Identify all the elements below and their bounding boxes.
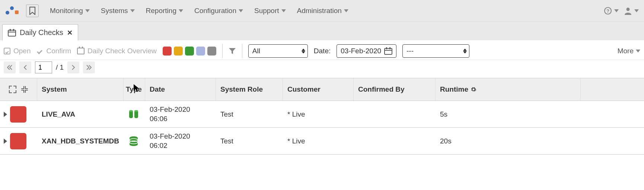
menu-label: Monitoring xyxy=(50,7,83,15)
chevron-down-icon xyxy=(239,9,243,12)
user-menu[interactable] xyxy=(624,7,639,15)
help-menu[interactable]: ? xyxy=(604,7,619,15)
daily-check-overview-button[interactable]: Daily Check Overview xyxy=(77,47,157,55)
top-navigation: Monitoring Systems Reporting Configurati… xyxy=(0,0,644,22)
menu-reporting[interactable]: Reporting xyxy=(146,7,183,15)
range-value: --- xyxy=(407,47,414,55)
open-label: Open xyxy=(13,47,31,55)
pagination: / 1 xyxy=(0,60,644,78)
th-system[interactable]: System xyxy=(37,78,124,101)
status-filter-blue[interactable] xyxy=(196,47,205,56)
page-number-input[interactable] xyxy=(35,61,52,73)
svg-rect-6 xyxy=(8,30,16,36)
th-date[interactable]: Date xyxy=(145,78,216,101)
svg-point-17 xyxy=(134,110,138,112)
th-confirmed-by[interactable]: Confirmed By xyxy=(354,78,436,101)
th-label: System Role xyxy=(220,85,263,94)
gear-icon[interactable] xyxy=(471,86,476,92)
menu-label: Systems xyxy=(101,7,128,15)
status-filter-red[interactable] xyxy=(163,47,172,56)
th-label: Date xyxy=(150,85,165,94)
confirm-button[interactable]: Confirm xyxy=(36,47,71,55)
menu-monitoring[interactable]: Monitoring xyxy=(50,7,90,15)
menu-configuration[interactable]: Configuration xyxy=(194,7,243,15)
page-last-button[interactable] xyxy=(83,61,95,73)
expand-all-icon[interactable] xyxy=(9,85,17,94)
chevron-down-icon xyxy=(344,9,348,12)
collapse-all-icon[interactable] xyxy=(20,85,29,94)
open-button[interactable]: Open xyxy=(4,47,31,55)
cell-type xyxy=(124,105,145,124)
th-expand-controls xyxy=(0,78,37,101)
funnel-icon xyxy=(229,47,236,55)
database-icon xyxy=(128,136,139,147)
cell-date: 03-Feb-2020 06:02 xyxy=(145,128,216,154)
bookmark-button[interactable] xyxy=(26,4,39,17)
th-label: System xyxy=(42,85,67,94)
spinner-icon xyxy=(302,49,305,54)
th-label: Confirmed By xyxy=(358,85,405,94)
tab-label: Daily Checks xyxy=(20,28,63,37)
th-customer[interactable]: Customer xyxy=(283,78,354,101)
chevron-down-icon xyxy=(634,9,639,12)
topbar-right: ? xyxy=(604,7,639,15)
svg-rect-8 xyxy=(10,29,11,31)
chevron-down-icon xyxy=(614,9,619,12)
table-row: LIVE_AVA 03-Feb-2020 06:06 Test * Live 5… xyxy=(0,101,644,128)
cell-system[interactable]: LIVE_AVA xyxy=(37,107,124,122)
app-logo[interactable] xyxy=(5,5,21,16)
cell-system[interactable]: XAN_HDB_SYSTEMDB xyxy=(37,133,124,149)
expand-row-button[interactable] xyxy=(4,139,7,144)
table-row: XAN_HDB_SYSTEMDB 03-Feb-2020 06:02 Test … xyxy=(0,128,644,155)
bookmark-icon xyxy=(29,7,36,15)
open-icon xyxy=(4,48,10,54)
more-label: More xyxy=(618,47,634,55)
chevron-down-icon xyxy=(179,9,183,12)
help-icon: ? xyxy=(604,7,612,15)
toolbar: Open Confirm Daily Check Overview All Da… xyxy=(0,40,644,60)
status-indicator-red xyxy=(10,133,26,149)
chevron-down-icon xyxy=(636,50,640,53)
menu-administration[interactable]: Administration xyxy=(297,7,348,15)
date-line-1: 03-Feb-2020 xyxy=(150,132,211,141)
date-label: Date: xyxy=(314,47,331,55)
system-filter-select[interactable]: All xyxy=(248,44,308,58)
page-next-button[interactable] xyxy=(67,61,79,73)
system-filter-value: All xyxy=(252,47,260,55)
tab-daily-checks[interactable]: Daily Checks ✕ xyxy=(2,24,78,41)
page-total-label: / 1 xyxy=(56,63,64,72)
svg-rect-9 xyxy=(13,29,14,31)
chevron-down-icon xyxy=(130,9,135,12)
th-system-role[interactable]: System Role xyxy=(216,78,283,101)
menu-label: Configuration xyxy=(194,7,236,15)
th-runtime[interactable]: Runtime xyxy=(436,78,581,101)
status-filter-orange[interactable] xyxy=(174,47,183,56)
range-select[interactable]: --- xyxy=(402,44,469,58)
menu-support[interactable]: Support xyxy=(254,7,286,15)
row-status-cell xyxy=(0,106,37,123)
date-line-2: 06:06 xyxy=(150,114,211,124)
cell-confirmed-by xyxy=(354,111,436,118)
page-first-button[interactable] xyxy=(4,61,16,73)
check-icon xyxy=(36,48,43,54)
chevron-down-icon xyxy=(85,9,90,12)
status-indicator-red xyxy=(10,106,26,123)
cell-system-role: Test xyxy=(216,107,283,122)
svg-point-5 xyxy=(627,7,630,11)
double-chevron-left-icon xyxy=(7,65,12,70)
filter-button[interactable] xyxy=(229,47,236,55)
daily-checks-table: System Type Date System Role Customer Co… xyxy=(0,78,644,155)
expand-row-button[interactable] xyxy=(4,112,7,117)
status-filter-green[interactable] xyxy=(185,47,194,56)
chevron-right-icon xyxy=(71,65,76,70)
more-menu[interactable]: More xyxy=(618,47,640,55)
th-label: Customer xyxy=(287,85,321,94)
menu-systems[interactable]: Systems xyxy=(101,7,135,15)
close-tab-button[interactable]: ✕ xyxy=(67,29,73,37)
status-filter-gray[interactable] xyxy=(207,47,216,56)
cell-runtime: 5s xyxy=(436,107,581,122)
date-line-1: 03-Feb-2020 xyxy=(150,105,211,114)
cell-customer: * Live xyxy=(283,133,354,149)
date-picker[interactable]: 03-Feb-2020 xyxy=(337,44,396,58)
page-prev-button[interactable] xyxy=(19,61,31,73)
